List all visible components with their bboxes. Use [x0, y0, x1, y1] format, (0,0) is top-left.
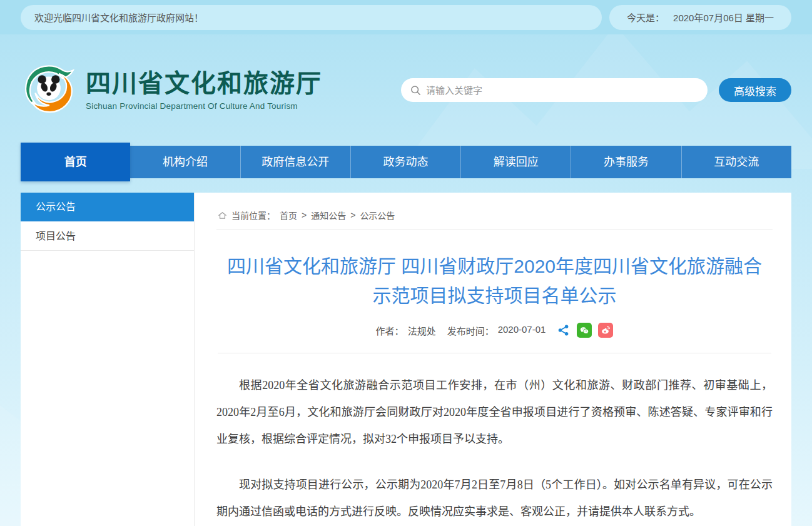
wechat-share-button[interactable]: [577, 323, 592, 338]
article-paragraph: 现对拟支持项目进行公示，公示期为2020年7月2日至7月8日（5个工作日）。如对…: [216, 472, 773, 525]
site-name-english: Sichuan Provincial Department Of Culture…: [86, 101, 322, 111]
today-date: 2020年07月06日 星期一: [673, 11, 774, 24]
search-input[interactable]: [426, 85, 698, 96]
magnifier-icon: [410, 85, 421, 96]
sidebar-item-public-notices[interactable]: 公示公告: [21, 193, 194, 221]
weibo-icon: [600, 325, 611, 336]
site-header: 四川省文化和旅游厅 Sichuan Provincial Department …: [0, 34, 812, 146]
article-paragraph: 根据2020年全省文化旅游融合示范项目工作安排，在市（州）文化和旅游、财政部门推…: [216, 372, 773, 453]
breadcrumb-separator: >: [302, 210, 307, 220]
top-bar: 欢迎光临四川省文化和旅游厅政府网站！ 今天是： 2020年07月06日 星期一: [0, 0, 812, 34]
sidebar-menu: 公示公告 项目公告: [21, 193, 195, 526]
home-icon: [218, 211, 227, 220]
nav-item-gov-news[interactable]: 政务动态: [350, 146, 460, 178]
site-name: 四川省文化和旅游厅: [86, 69, 322, 97]
nav-item-interaction[interactable]: 互动交流: [681, 146, 791, 178]
author-value: 法规处: [408, 324, 436, 337]
publish-time-value: 2020-07-01: [498, 324, 546, 337]
publish-time-label: 发布时间：: [447, 324, 494, 337]
breadcrumb-link-public-notices[interactable]: 公示公告: [360, 209, 395, 221]
author-label: 作者：: [376, 324, 404, 337]
nav-item-organization[interactable]: 机构介绍: [130, 146, 240, 178]
breadcrumb-separator: >: [350, 210, 355, 220]
panda-swirl-logo-icon: [21, 62, 77, 118]
article-meta: 作者： 法规处 发布时间： 2020-07-01: [216, 323, 773, 338]
date-banner: 今天是： 2020年07月06日 星期一: [609, 5, 791, 30]
wechat-icon: [579, 325, 590, 336]
share-nodes-icon: [557, 323, 571, 337]
breadcrumb-link-home[interactable]: 首页: [280, 209, 297, 221]
nav-item-gov-info[interactable]: 政府信息公开: [240, 146, 350, 178]
main-area: 公示公告 项目公告 当前位置： 首页 > 通知公告 > 公示公告 四川省文化和旅…: [21, 193, 791, 526]
share-icon[interactable]: [557, 323, 571, 337]
nav-item-home[interactable]: 首页: [21, 143, 130, 181]
article-body: 根据2020年全省文化旅游融合示范项目工作安排，在市（州）文化和旅游、财政部门推…: [216, 372, 773, 525]
share-toolbar: [557, 323, 613, 338]
today-label: 今天是：: [627, 11, 664, 24]
nav-item-interpretation[interactable]: 解读回应: [460, 146, 571, 178]
search-box[interactable]: [401, 78, 708, 102]
breadcrumb-link-notices[interactable]: 通知公告: [311, 209, 346, 221]
search-area: 高级搜索: [401, 78, 791, 102]
weibo-share-button[interactable]: [598, 323, 613, 338]
welcome-banner: 欢迎光临四川省文化和旅游厅政府网站！: [21, 5, 602, 30]
nav-item-services[interactable]: 办事服务: [571, 146, 681, 178]
site-logo-link[interactable]: 四川省文化和旅游厅 Sichuan Provincial Department …: [21, 62, 322, 118]
breadcrumb: 当前位置： 首页 > 通知公告 > 公示公告: [216, 193, 773, 230]
breadcrumb-location-label: 当前位置：: [231, 209, 275, 221]
main-navigation: 首页 机构介绍 政府信息公开 政务动态 解读回应 办事服务 互动交流: [21, 146, 791, 178]
sidebar-item-project-notices[interactable]: 项目公告: [21, 221, 194, 251]
meta-divider: [218, 353, 771, 353]
advanced-search-button[interactable]: 高级搜索: [719, 78, 791, 102]
article-title: 四川省文化和旅游厅 四川省财政厅2020年度四川省文化旅游融合示范项目拟支持项目…: [221, 251, 768, 310]
article-panel: 当前位置： 首页 > 通知公告 > 公示公告 四川省文化和旅游厅 四川省财政厅2…: [195, 193, 791, 526]
welcome-text: 欢迎光临四川省文化和旅游厅政府网站！: [34, 11, 203, 24]
